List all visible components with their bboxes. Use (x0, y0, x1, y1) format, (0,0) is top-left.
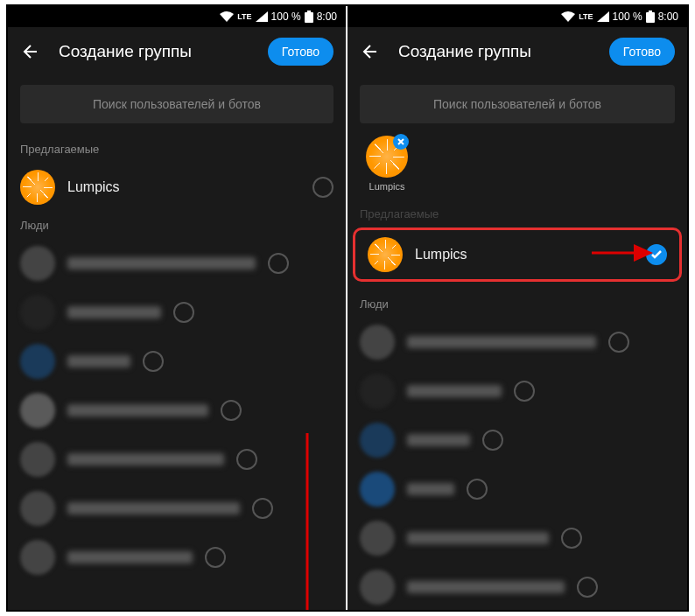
contact-row-lumpics[interactable]: Lumpics (8, 163, 346, 212)
avatar-blurred (360, 521, 395, 556)
contact-name-blurred (407, 483, 454, 495)
avatar-blurred (20, 442, 55, 477)
svg-rect-4 (646, 12, 655, 23)
checkbox-blurred[interactable] (236, 449, 257, 470)
avatar-blurred (20, 491, 55, 526)
back-arrow-icon[interactable] (360, 41, 381, 62)
contact-row-blurred[interactable] (348, 563, 687, 610)
search-input[interactable]: Поиск пользователей и ботов (20, 85, 333, 123)
checkbox-lumpics[interactable] (312, 177, 333, 198)
contact-name-blurred (407, 532, 549, 544)
checkbox-blurred[interactable] (577, 577, 598, 598)
status-bar: LTE 100 % 8:00 (8, 6, 346, 27)
avatar-blurred (360, 570, 395, 605)
contact-row-blurred[interactable] (348, 367, 687, 416)
selected-chip-lumpics[interactable]: Lumpics (360, 136, 414, 192)
contact-row-blurred[interactable] (348, 514, 687, 563)
contact-name-blurred (67, 502, 240, 514)
signal-icon (256, 11, 268, 22)
avatar-blurred (20, 295, 55, 330)
battery-text: 100 % (271, 10, 301, 23)
avatar-blurred (20, 344, 55, 379)
annotation-arrow-right (592, 241, 653, 265)
contacts-scroll-area[interactable]: Предлагаемые Lumpics Люди (8, 136, 346, 610)
clock-text: 8:00 (658, 10, 678, 23)
done-button[interactable]: Готово (268, 38, 333, 66)
contact-row-blurred[interactable] (348, 416, 687, 465)
lte-label: LTE (237, 12, 251, 21)
contact-row-blurred[interactable] (8, 337, 346, 386)
lte-label: LTE (579, 12, 593, 21)
contact-name-blurred (407, 336, 596, 348)
app-header: Создание группы Готово (8, 27, 346, 76)
checkbox-blurred[interactable] (482, 430, 503, 451)
contact-name-blurred (67, 306, 161, 318)
wifi-icon (220, 11, 234, 22)
contact-name-lumpics: Lumpics (67, 179, 300, 195)
contact-name-blurred (67, 453, 224, 466)
svg-marker-7 (634, 244, 653, 262)
avatar-blurred (20, 246, 55, 281)
battery-icon (305, 10, 313, 23)
avatar-blurred (20, 540, 55, 575)
checkbox-blurred[interactable] (143, 351, 164, 372)
selected-users-chips: Lumpics (348, 136, 687, 200)
avatar-blurred (360, 374, 395, 409)
clock-text: 8:00 (317, 10, 337, 23)
page-title: Создание группы (398, 42, 609, 61)
avatar-blurred (20, 393, 55, 428)
status-bar: LTE 100 % 8:00 (348, 6, 687, 27)
contact-name-blurred (67, 355, 130, 368)
contacts-scroll-area[interactable]: Предлагаемые Lumpics Люди (348, 200, 687, 610)
contact-name-blurred (67, 257, 256, 270)
avatar-blurred (360, 325, 395, 360)
svg-rect-0 (305, 12, 313, 23)
back-arrow-icon[interactable] (20, 41, 41, 62)
avatar-blurred (360, 472, 395, 507)
checkbox-blurred[interactable] (268, 253, 289, 274)
chip-remove-icon[interactable] (393, 134, 409, 150)
checkbox-blurred[interactable] (252, 498, 273, 519)
contact-row-blurred[interactable] (348, 465, 687, 514)
done-button[interactable]: Готово (609, 38, 675, 66)
contact-name-blurred (407, 581, 565, 593)
annotation-arrow-down (290, 433, 325, 610)
avatar-lumpics (20, 170, 55, 205)
wifi-icon (561, 11, 575, 22)
screen-right: LTE 100 % 8:00 Создание группы Готово По… (348, 6, 687, 610)
battery-icon (646, 10, 655, 23)
checkbox-blurred[interactable] (173, 302, 194, 323)
section-suggested: Предлагаемые (8, 136, 346, 163)
battery-text: 100 % (613, 10, 642, 23)
search-input[interactable]: Поиск пользователей и ботов (360, 85, 675, 123)
checkbox-blurred[interactable] (467, 479, 488, 500)
contact-row-blurred[interactable] (8, 288, 346, 337)
contact-name-blurred (407, 434, 470, 446)
section-people: Люди (8, 212, 346, 239)
avatar-lumpics (368, 237, 403, 272)
highlighted-contact-box: Lumpics (353, 228, 682, 282)
checkbox-blurred[interactable] (514, 381, 535, 402)
checkbox-blurred[interactable] (221, 400, 242, 421)
signal-icon (597, 11, 609, 22)
contact-name-blurred (407, 385, 502, 397)
avatar-blurred (360, 423, 395, 458)
chip-label: Lumpics (369, 181, 405, 192)
contact-row-blurred[interactable] (8, 386, 346, 435)
section-people: Люди (348, 290, 687, 318)
page-title: Создание группы (59, 42, 268, 61)
app-header: Создание группы Готово (348, 27, 687, 76)
checkbox-blurred[interactable] (205, 547, 226, 568)
contact-name-blurred (67, 404, 208, 416)
checkbox-blurred[interactable] (608, 332, 629, 353)
svg-rect-1 (307, 10, 311, 12)
contact-name-blurred (67, 551, 193, 564)
screen-left: LTE 100 % 8:00 Создание группы Готово По… (8, 6, 348, 610)
section-suggested: Предлагаемые (348, 200, 687, 228)
contact-row-blurred[interactable] (8, 239, 346, 288)
svg-rect-5 (649, 10, 652, 12)
contact-row-blurred[interactable] (348, 318, 687, 367)
checkbox-blurred[interactable] (561, 528, 582, 549)
